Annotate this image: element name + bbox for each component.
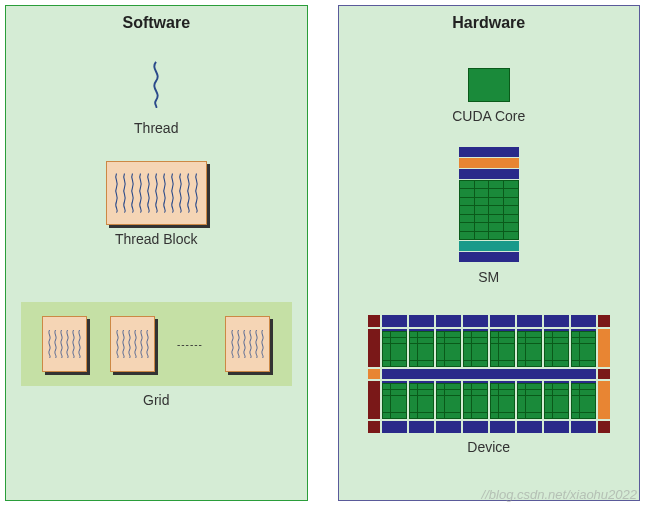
- cuda-core-label: CUDA Core: [452, 108, 525, 124]
- device-icon: [368, 315, 610, 433]
- ellipsis-icon: ------: [177, 339, 203, 350]
- thread-block-icon: [106, 161, 207, 225]
- thread-label: Thread: [134, 120, 178, 136]
- grid-icon: ------: [21, 302, 292, 386]
- software-title: Software: [122, 14, 190, 32]
- grid-block: [42, 316, 87, 372]
- grid-block: [110, 316, 155, 372]
- hardware-panel: Hardware CUDA Core SM Device: [338, 5, 641, 501]
- hardware-title: Hardware: [452, 14, 525, 32]
- thread-icon: [145, 60, 167, 112]
- grid-label: Grid: [143, 392, 169, 408]
- grid-block: [225, 316, 270, 372]
- software-panel: Software Thread Thread Block ------ Grid: [5, 5, 308, 501]
- device-label: Device: [467, 439, 510, 455]
- thread-block-label: Thread Block: [115, 231, 197, 247]
- sm-label: SM: [478, 269, 499, 285]
- cuda-core-icon: [468, 68, 510, 102]
- sm-icon: [459, 146, 519, 263]
- watermark: //blog.csdn.net/xiaohu2022: [482, 487, 637, 502]
